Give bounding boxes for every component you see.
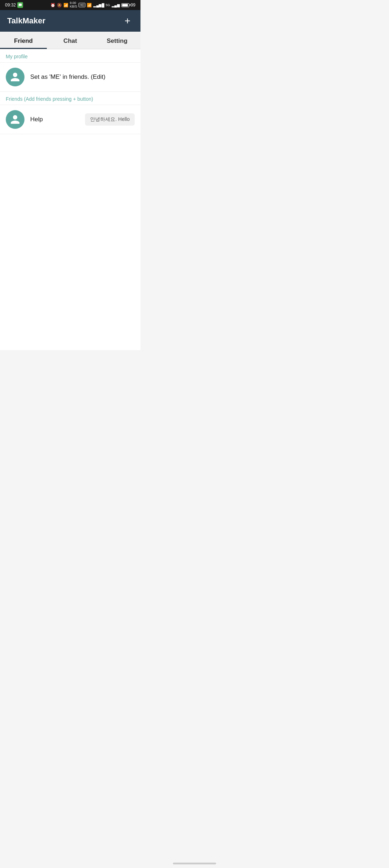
battery-fill (122, 4, 128, 6)
hd-badge: HD (79, 3, 85, 7)
app-title: TalkMaker (7, 16, 45, 26)
status-left: 09:32 (5, 2, 23, 8)
content-area: My profile Set as 'ME' in friends. (Edit… (0, 49, 140, 350)
signal-icon: ▂▄▆█ (93, 3, 104, 7)
empty-content-area (0, 134, 140, 350)
friend-avatar (6, 110, 24, 129)
tab-setting[interactable]: Setting (94, 32, 140, 49)
friend-name: Help (30, 116, 85, 123)
friend-row[interactable]: Help 안녕하세요. Hello (0, 105, 140, 134)
status-right: ⏰ 🔕 📶 9.00KB/S HD 📶 ▂▄▆█ 5G ▂▄▆ 99 (50, 1, 135, 9)
person-icon (10, 72, 21, 82)
tab-friend[interactable]: Friend (0, 32, 47, 49)
signal-5g-icon: ▂▄▆ (112, 3, 120, 7)
my-profile-name: Set as 'ME' in friends. (Edit) (30, 73, 135, 81)
alarm-icon: ⏰ (50, 3, 55, 8)
5g-badge: 5G (106, 3, 110, 7)
my-profile-avatar (6, 68, 24, 86)
friend-last-message: 안녕하세요. Hello (85, 113, 135, 126)
friends-section-header: Friends (Add friends pressing + button) (0, 92, 140, 105)
my-profile-section-header: My profile (0, 49, 140, 63)
battery-level: 99 (131, 3, 135, 8)
status-time: 09:32 (5, 3, 16, 8)
add-friend-button[interactable]: + (122, 14, 133, 27)
my-profile-row[interactable]: Set as 'ME' in friends. (Edit) (0, 63, 140, 92)
wifi-icon: 📶 (87, 3, 92, 8)
chat-notification-icon (17, 2, 23, 8)
status-bar: 09:32 ⏰ 🔕 📶 9.00KB/S HD 📶 ▂▄▆█ 5G ▂▄▆ 99 (0, 0, 140, 10)
tab-bar: Friend Chat Setting (0, 32, 140, 49)
bluetooth-icon: 📶 (63, 3, 68, 8)
app-header: TalkMaker + (0, 10, 140, 32)
battery-indicator (121, 3, 129, 7)
friend-person-icon (10, 114, 21, 125)
network-speed: 9.00KB/S (70, 1, 77, 9)
tab-chat[interactable]: Chat (47, 32, 94, 49)
mute-icon: 🔕 (57, 3, 62, 8)
